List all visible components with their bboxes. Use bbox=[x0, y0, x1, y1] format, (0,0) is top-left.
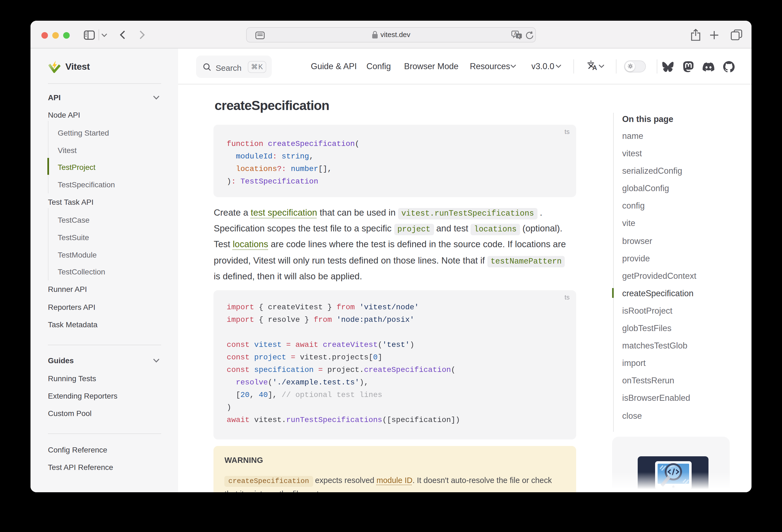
svg-text:x: x bbox=[518, 34, 520, 38]
svg-text:A: A bbox=[592, 64, 597, 71]
